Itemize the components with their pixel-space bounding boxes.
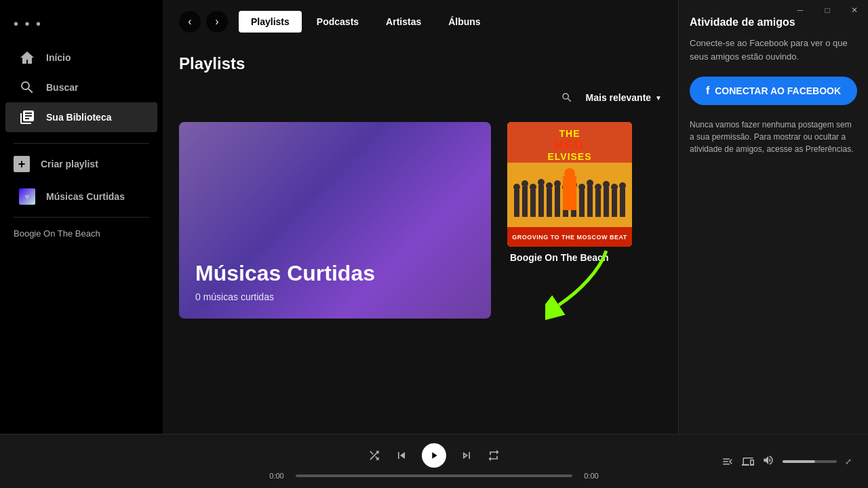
time-current: 0:00	[264, 472, 289, 480]
svg-rect-16	[604, 187, 609, 217]
volume-fill	[783, 460, 815, 463]
svg-rect-9	[547, 188, 552, 217]
right-panel-note: Nunca vamos fazer nenhuma postagem sem a…	[690, 119, 857, 155]
search-icon	[19, 79, 35, 96]
back-button[interactable]: ‹	[179, 11, 201, 33]
sidebar-logo: • • •	[0, 5, 163, 37]
minimize-button[interactable]: ─	[787, 0, 814, 20]
home-icon	[19, 49, 35, 66]
page-title: Playlists	[179, 54, 662, 73]
svg-point-22	[538, 179, 545, 186]
devices-button[interactable]	[742, 455, 754, 468]
sidebar-playlist-boogie[interactable]: Boogie On The Beach	[0, 223, 163, 244]
liked-songs-title: Músicas Curtidas	[195, 261, 475, 286]
main-content: ‹ › Playlists Podcasts Artistas Álbuns P…	[163, 0, 678, 434]
svg-rect-10	[555, 186, 560, 217]
main-layout: • • • Início Buscar	[0, 0, 868, 434]
svg-point-19	[513, 184, 520, 190]
filter-dropdown[interactable]: Mais relevante ▼	[586, 92, 662, 103]
svg-point-30	[603, 181, 610, 188]
boogie-beach-title: Boogie On The Beach	[507, 252, 632, 263]
facebook-btn-label: CONECTAR AO FACEBOOK	[715, 85, 841, 96]
fullscreen-button[interactable]: ⤢	[845, 457, 852, 466]
player-controls	[368, 443, 500, 468]
next-button[interactable]	[460, 449, 473, 462]
playlists-row: Músicas Curtidas 0 músicas curtidas	[179, 122, 662, 319]
player-right-controls: ⤢	[722, 454, 852, 469]
boogie-beach-cover: THE RED ELVISES	[507, 122, 632, 247]
close-button[interactable]: ✕	[841, 0, 868, 20]
svg-rect-13	[579, 190, 585, 217]
svg-text:ELVISES: ELVISES	[547, 151, 591, 162]
dropdown-arrow-icon: ▼	[655, 94, 662, 102]
titlebar: ─ □ ✕	[787, 0, 868, 20]
svg-point-32	[619, 182, 626, 189]
progress-track[interactable]	[296, 474, 572, 477]
play-button[interactable]	[422, 443, 446, 468]
filter-label: Mais relevante	[586, 92, 652, 103]
svg-point-29	[595, 184, 601, 190]
svg-point-24	[554, 180, 561, 187]
svg-text:RED: RED	[555, 138, 585, 152]
volume-icon	[762, 454, 774, 469]
svg-point-28	[587, 180, 593, 186]
sidebar-nav: Início Buscar Sua Biblioteca	[0, 37, 163, 138]
liked-songs-count: 0 músicas curtidas	[195, 291, 475, 302]
svg-rect-6	[522, 186, 528, 217]
previous-button[interactable]	[395, 449, 408, 462]
sidebar-divider-2	[14, 217, 149, 218]
page-content: Playlists Mais relevante ▼ Músicas Curti…	[163, 38, 678, 434]
sidebar-create-playlist[interactable]: + Criar playlist	[0, 149, 163, 179]
right-panel: Atividade de amigos Conecte-se ao Facebo…	[678, 0, 868, 434]
content-search-button[interactable]	[556, 87, 578, 108]
volume-slider[interactable]	[783, 460, 837, 463]
boogie-beach-card[interactable]: THE RED ELVISES	[507, 122, 632, 263]
tab-playlists[interactable]: Playlists	[239, 11, 302, 33]
svg-text:THE: THE	[559, 128, 580, 139]
facebook-icon: f	[706, 85, 709, 97]
svg-point-23	[546, 182, 553, 189]
tab-podcasts[interactable]: Podcasts	[304, 11, 371, 33]
create-playlist-label: Criar playlist	[41, 159, 98, 169]
sidebar-library-label: Sua Biblioteca	[46, 112, 111, 123]
facebook-connect-button[interactable]: f CONECTAR AO FACEBOOK	[690, 77, 857, 105]
svg-rect-5	[514, 190, 519, 217]
nav-arrows: ‹ ›	[179, 11, 228, 33]
right-panel-description: Conecte-se ao Facebook para ver o que se…	[690, 37, 857, 63]
library-icon	[19, 109, 35, 125]
time-total: 0:00	[579, 472, 604, 480]
player-bar: 0:00 0:00 ⤢	[0, 434, 868, 488]
sidebar-item-search[interactable]: Buscar	[5, 73, 157, 102]
svg-point-27	[578, 184, 585, 190]
sidebar-item-library[interactable]: Sua Biblioteca	[5, 102, 157, 132]
heart-icon: ♥	[19, 188, 35, 205]
tab-bar: Playlists Podcasts Artistas Álbuns	[239, 11, 493, 33]
sidebar-item-home[interactable]: Início	[5, 43, 157, 73]
svg-point-21	[530, 184, 536, 190]
filter-bar: Mais relevante ▼	[179, 87, 662, 108]
tab-albums[interactable]: Álbuns	[436, 11, 492, 33]
progress-bar[interactable]: 0:00 0:00	[264, 472, 604, 480]
tab-artists[interactable]: Artistas	[374, 11, 433, 33]
svg-rect-8	[538, 185, 544, 217]
top-nav: ‹ › Playlists Podcasts Artistas Álbuns	[163, 0, 678, 38]
shuffle-button[interactable]	[368, 449, 381, 462]
queue-button[interactable]	[722, 455, 734, 468]
sidebar-item-liked-songs[interactable]: ♥ Músicas Curtidas	[5, 182, 157, 211]
liked-songs-card[interactable]: Músicas Curtidas 0 músicas curtidas	[179, 122, 491, 319]
sidebar-divider-1	[14, 143, 149, 144]
sidebar-search-label: Buscar	[46, 82, 78, 93]
arrow-annotation-left	[163, 190, 172, 274]
svg-rect-14	[587, 186, 593, 217]
repeat-button[interactable]	[487, 449, 500, 462]
svg-text:GROOVING TO THE MOSCOW BEAT: GROOVING TO THE MOSCOW BEAT	[512, 234, 627, 241]
liked-songs-sidebar-label: Músicas Curtidas	[46, 191, 125, 202]
sidebar-home-label: Início	[46, 52, 71, 63]
app-menu-dots[interactable]: • • •	[14, 16, 42, 32]
svg-point-20	[521, 180, 528, 187]
forward-button[interactable]: ›	[206, 11, 228, 33]
svg-rect-15	[595, 190, 601, 217]
maximize-button[interactable]: □	[814, 0, 841, 20]
svg-rect-18	[620, 188, 625, 217]
plus-icon: +	[14, 156, 30, 172]
